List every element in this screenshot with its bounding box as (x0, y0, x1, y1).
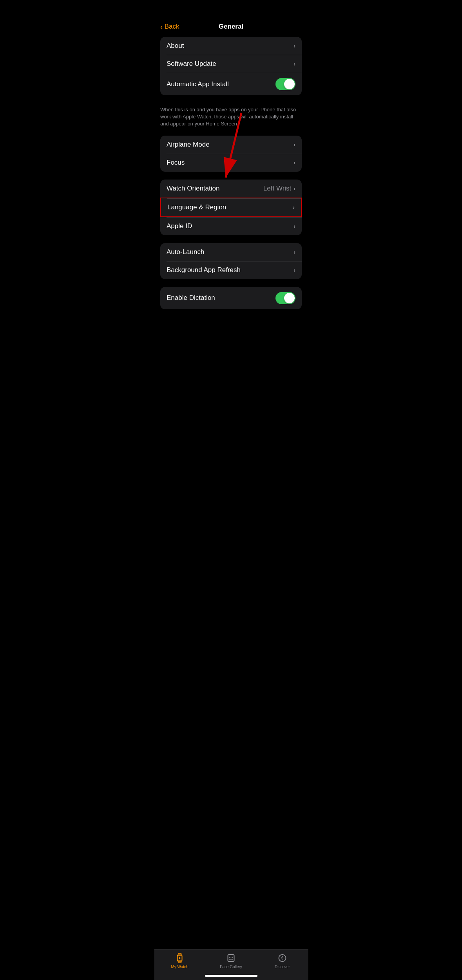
about-label: About (167, 42, 184, 50)
enable-dictation-row[interactable]: Enable Dictation (160, 287, 302, 309)
section-4: Auto-Launch › Background App Refresh › (160, 243, 302, 279)
software-update-row[interactable]: Software Update › (160, 55, 302, 73)
language-region-chevron-icon: › (293, 204, 295, 211)
section-1: About › Software Update › Automatic App … (160, 37, 302, 95)
auto-app-install-helper: When this is on and you have apps on you… (154, 103, 308, 128)
auto-app-install-row[interactable]: Automatic App Install (160, 73, 302, 95)
status-bar (154, 0, 308, 20)
software-update-label: Software Update (167, 60, 216, 68)
background-refresh-chevron-icon: › (294, 267, 295, 273)
auto-launch-row[interactable]: Auto-Launch › (160, 243, 302, 261)
watch-orientation-row[interactable]: Watch Orientation Left Wrist › (160, 180, 302, 198)
back-button[interactable]: ‹ Back (160, 23, 179, 31)
enable-dictation-toggle[interactable] (275, 292, 295, 304)
focus-chevron-icon: › (294, 160, 295, 166)
software-update-right: › (294, 61, 295, 67)
about-row[interactable]: About › (160, 37, 302, 55)
watch-orientation-label: Watch Orientation (167, 185, 219, 192)
auto-app-install-toggle[interactable] (275, 78, 295, 90)
watch-orientation-value: Left Wrist (263, 185, 291, 192)
about-right: › (294, 43, 295, 49)
background-refresh-right: › (294, 267, 295, 273)
auto-app-install-right (275, 78, 295, 90)
airplane-mode-chevron-icon: › (294, 142, 295, 148)
back-label: Back (165, 23, 179, 31)
enable-dictation-toggle-knob (284, 293, 295, 303)
auto-app-install-toggle-knob (284, 79, 295, 89)
settings-content: About › Software Update › Automatic App … (154, 37, 308, 356)
section-5: Enable Dictation (160, 287, 302, 309)
airplane-mode-row[interactable]: Airplane Mode › (160, 136, 302, 154)
airplane-mode-right: › (294, 142, 295, 148)
apple-id-row[interactable]: Apple ID › (160, 217, 302, 235)
language-region-row[interactable]: Language & Region › (160, 198, 302, 217)
language-region-label: Language & Region (167, 203, 226, 211)
software-update-chevron-icon: › (294, 61, 295, 67)
focus-label: Focus (167, 159, 185, 167)
apple-id-right: › (294, 223, 295, 229)
enable-dictation-right (275, 292, 295, 304)
section-2: Airplane Mode › Focus › (160, 136, 302, 172)
auto-launch-chevron-icon: › (294, 249, 295, 255)
section-3: Watch Orientation Left Wrist › Language … (160, 180, 302, 235)
focus-row[interactable]: Focus › (160, 154, 302, 172)
auto-app-install-label: Automatic App Install (167, 80, 229, 88)
enable-dictation-label: Enable Dictation (167, 294, 215, 302)
page-title: General (219, 23, 243, 31)
auto-launch-label: Auto-Launch (167, 248, 204, 256)
background-refresh-label: Background App Refresh (167, 266, 241, 274)
airplane-mode-label: Airplane Mode (167, 141, 210, 149)
auto-launch-right: › (294, 249, 295, 255)
apple-id-label: Apple ID (167, 222, 192, 230)
about-chevron-icon: › (294, 43, 295, 49)
language-region-right: › (293, 204, 295, 211)
watch-orientation-chevron-icon: › (294, 185, 295, 192)
watch-orientation-right: Left Wrist › (263, 185, 295, 192)
focus-right: › (294, 160, 295, 166)
back-chevron-icon: ‹ (160, 23, 163, 31)
background-refresh-row[interactable]: Background App Refresh › (160, 261, 302, 279)
nav-header: ‹ Back General (154, 20, 308, 37)
apple-id-chevron-icon: › (294, 223, 295, 229)
